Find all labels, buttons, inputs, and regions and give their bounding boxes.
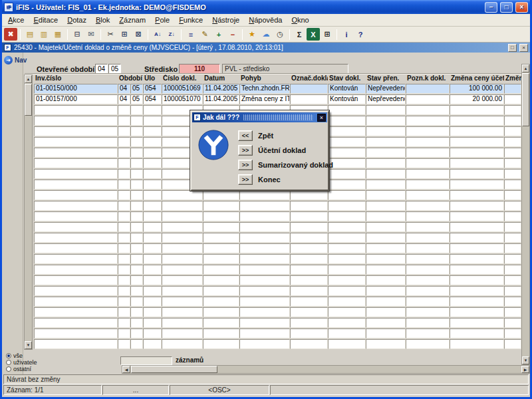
cell-zmena2[interactable]	[504, 222, 521, 232]
cell-stav_pren[interactable]	[366, 137, 406, 147]
cell-pohyb[interactable]: Změna ceny z IT r	[239, 94, 290, 104]
cell-oznac[interactable]	[290, 265, 328, 275]
cell-pozn[interactable]	[406, 243, 450, 253]
cell-inv[interactable]	[34, 339, 118, 349]
cell-zmena[interactable]	[450, 243, 504, 253]
cell-zmena[interactable]	[450, 329, 504, 338]
cell-cislo[interactable]	[162, 339, 203, 349]
cell-zmena2[interactable]	[504, 211, 521, 221]
delete-record-icon[interactable]: −	[226, 28, 239, 41]
close-button[interactable]: ×	[515, 2, 528, 13]
table-row[interactable]	[34, 233, 521, 243]
forward-symbol[interactable]: >>	[238, 160, 253, 170]
cell-ulo[interactable]	[143, 222, 162, 232]
cell-per2[interactable]	[130, 190, 143, 200]
cell-zmena2[interactable]	[504, 137, 521, 147]
cell-pozn[interactable]	[406, 297, 450, 307]
cell-per1[interactable]	[118, 318, 130, 328]
cell-per1[interactable]	[118, 116, 130, 126]
table-row[interactable]	[34, 275, 521, 285]
cell-inv[interactable]	[34, 211, 118, 221]
cell-per2[interactable]	[130, 297, 143, 307]
cell-cislo[interactable]	[162, 254, 203, 264]
cell-ulo[interactable]	[143, 297, 162, 307]
cell-zmena[interactable]	[450, 148, 504, 158]
cell-zmena[interactable]	[450, 318, 504, 328]
cell-ulo[interactable]	[143, 254, 162, 264]
cell-zmena[interactable]	[450, 105, 504, 115]
cell-zmena2[interactable]	[504, 339, 521, 349]
cell-oznac[interactable]	[290, 339, 328, 349]
cell-per2[interactable]	[130, 137, 143, 147]
cell-pozn[interactable]	[406, 148, 450, 158]
cell-pozn[interactable]	[406, 201, 450, 211]
cell-datum[interactable]	[203, 190, 239, 200]
cell-datum[interactable]	[203, 339, 239, 349]
cell-datum[interactable]	[203, 275, 239, 285]
cell-pohyb[interactable]: Techn.zhodn.FRM	[239, 84, 290, 94]
cell-zmena2[interactable]	[504, 190, 521, 200]
table-row[interactable]	[34, 222, 521, 232]
info-icon[interactable]: i	[340, 28, 353, 41]
cell-pohyb[interactable]	[239, 275, 290, 285]
table-row[interactable]	[34, 297, 521, 307]
cell-zmena[interactable]	[450, 254, 504, 264]
cell-pohyb[interactable]	[239, 297, 290, 307]
cell-per1[interactable]	[118, 329, 130, 338]
help-icon[interactable]: ?	[354, 28, 367, 41]
exit-icon[interactable]: ✖	[4, 28, 17, 41]
cell-per2[interactable]	[130, 307, 143, 317]
table-row[interactable]: 01-00150/0000405054100005106911.04.2005T…	[34, 84, 521, 94]
cell-pozn[interactable]	[406, 265, 450, 275]
cell-zmena[interactable]	[450, 137, 504, 147]
cell-per2[interactable]	[130, 275, 143, 285]
cell-cislo[interactable]	[162, 286, 203, 296]
cell-per1[interactable]	[118, 126, 130, 136]
cell-ulo[interactable]	[143, 180, 162, 190]
cell-per2[interactable]	[130, 254, 143, 264]
cell-inv[interactable]: 01-00157/000	[34, 94, 118, 104]
cell-per1[interactable]	[118, 169, 130, 179]
cell-zmena2[interactable]	[504, 169, 521, 179]
period-year-field[interactable]: 05	[108, 64, 121, 74]
table-row[interactable]	[34, 318, 521, 328]
cell-inv[interactable]	[34, 169, 118, 179]
cell-per2[interactable]	[130, 222, 143, 232]
cell-ulo[interactable]	[143, 233, 162, 243]
cell-pohyb[interactable]	[239, 211, 290, 221]
cell-zmena2[interactable]	[504, 180, 521, 190]
mdi-close-icon[interactable]: ×	[519, 44, 528, 52]
table-row[interactable]	[34, 211, 521, 221]
cell-inv[interactable]	[34, 137, 118, 147]
cloud-icon[interactable]: ☁	[259, 28, 273, 41]
horizontal-scrollbar[interactable]: ◀ ▶	[122, 365, 530, 374]
cell-stav_pren[interactable]	[366, 297, 406, 307]
cell-stav[interactable]	[328, 318, 366, 328]
cell-datum[interactable]: 11.04.2005	[203, 94, 239, 104]
sort-desc-icon[interactable]: Z↓	[165, 28, 178, 41]
cell-datum[interactable]: 11.04.2005	[203, 84, 239, 94]
cell-per2[interactable]	[130, 158, 143, 168]
cell-datum[interactable]	[203, 286, 239, 296]
cell-per1[interactable]	[118, 180, 130, 190]
mdi-restore-icon[interactable]: □	[508, 44, 517, 52]
center-field[interactable]: 110	[179, 64, 220, 74]
cell-inv[interactable]	[34, 201, 118, 211]
cell-ulo[interactable]	[143, 243, 162, 253]
cell-per2[interactable]	[130, 243, 143, 253]
cell-ulo[interactable]	[143, 201, 162, 211]
cell-pozn[interactable]	[406, 222, 450, 232]
cell-pozn[interactable]	[406, 94, 450, 104]
cell-zmena2[interactable]	[504, 84, 521, 94]
dialog-titlebar[interactable]: F Jak dál ??? ×	[192, 112, 327, 122]
table-row[interactable]	[34, 329, 521, 338]
cell-per2[interactable]	[130, 126, 143, 136]
cell-per2[interactable]	[130, 211, 143, 221]
cell-stav[interactable]	[328, 169, 366, 179]
cell-stav[interactable]	[328, 190, 366, 200]
cell-ulo[interactable]	[143, 158, 162, 168]
cell-per1[interactable]	[118, 339, 130, 349]
table-row[interactable]: 01-00157/0000405054100005107011.04.2005Z…	[34, 94, 521, 104]
cell-stav_pren[interactable]	[366, 116, 406, 126]
cell-zmena2[interactable]	[504, 105, 521, 115]
